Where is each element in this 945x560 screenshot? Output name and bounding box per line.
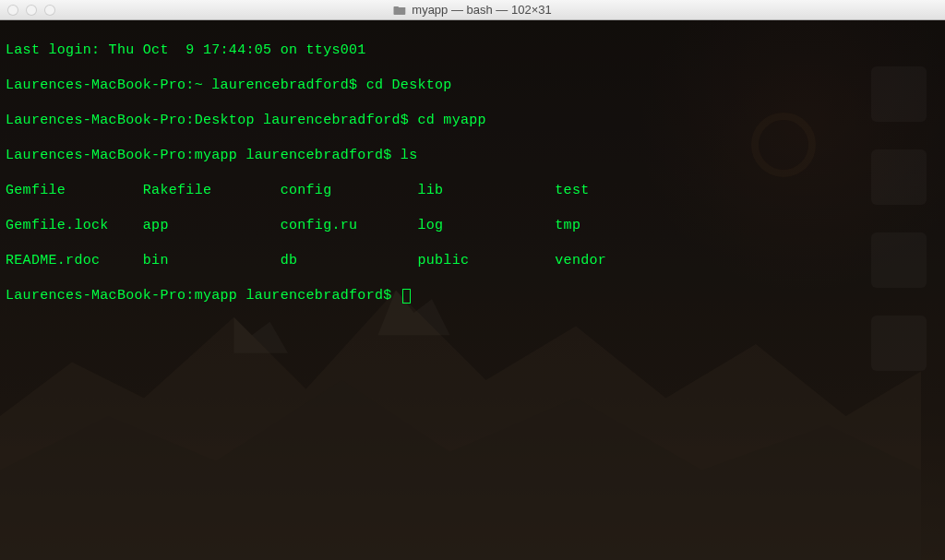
- window-title: myapp — bash — 102×31: [393, 3, 551, 17]
- terminal-prompt-line: Laurences-MacBook-Pro:myapp laurencebrad…: [6, 287, 939, 304]
- terminal-line: Last login: Thu Oct 9 17:44:05 on ttys00…: [6, 42, 939, 59]
- window-title-bar: myapp — bash — 102×31: [0, 0, 945, 20]
- folder-icon: [393, 5, 406, 15]
- minimize-button[interactable]: [26, 5, 37, 16]
- terminal-line: README.rdoc bin db public vendor: [6, 252, 939, 269]
- window-title-text: myapp — bash — 102×31: [412, 3, 551, 17]
- terminal-line: Gemfile Rakefile config lib test: [6, 182, 939, 199]
- terminal-line: Laurences-MacBook-Pro:~ laurencebradford…: [6, 77, 939, 94]
- terminal-line: Laurences-MacBook-Pro:Desktop laurencebr…: [6, 112, 939, 129]
- close-button[interactable]: [7, 5, 18, 16]
- cursor: [402, 289, 411, 304]
- terminal-content[interactable]: Last login: Thu Oct 9 17:44:05 on ttys00…: [0, 20, 945, 343]
- window-controls: [7, 5, 55, 16]
- prompt-text: Laurences-MacBook-Pro:myapp laurencebrad…: [6, 288, 401, 304]
- terminal-line: Gemfile.lock app config.ru log tmp: [6, 217, 939, 234]
- terminal-viewport[interactable]: Last login: Thu Oct 9 17:44:05 on ttys00…: [0, 20, 945, 560]
- maximize-button[interactable]: [44, 5, 55, 16]
- terminal-line: Laurences-MacBook-Pro:myapp laurencebrad…: [6, 147, 939, 164]
